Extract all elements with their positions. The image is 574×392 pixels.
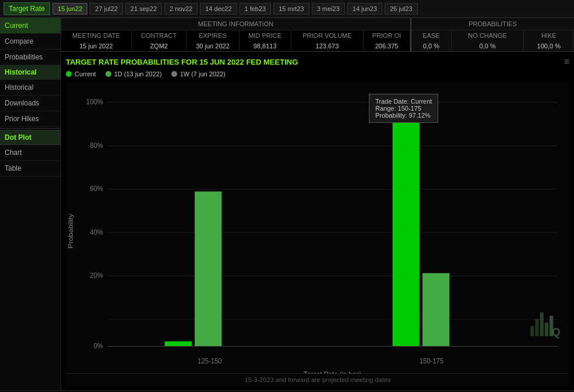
col-prior-volume: PRIOR VOLUME [291,30,363,41]
chart-menu-icon[interactable]: ≡ [564,56,569,67]
sidebar-dot-plot[interactable]: Dot Plot [0,130,61,145]
svg-rect-24 [530,326,534,336]
legend-1w-dot [171,71,177,77]
chart-legend: Current 1D (13 jun 2022) 1W (7 jun 2022) [66,70,569,77]
svg-text:Probability: Probability [67,214,75,249]
svg-rect-16 [195,192,221,347]
sidebar-current[interactable]: Current [0,18,61,34]
svg-text:60%: 60% [90,185,103,193]
svg-text:Q: Q [552,325,560,338]
chart-area: TARGET RATE PROBABILITIES FOR 15 JUN 202… [61,52,574,390]
val-ease: 0,0 % [411,41,451,51]
svg-text:20%: 20% [90,271,103,280]
legend-current-label: Current [75,70,96,77]
info-panel: MEETING INFORMATION MEETING DATE CONTRAC… [61,18,574,52]
sidebar: Current Compare Probabilities Historical… [0,18,61,390]
val-prior-volume: 123.673 [291,41,363,51]
tab-15jun22[interactable]: 15 jun22 [52,3,87,15]
svg-text:40%: 40% [90,228,103,236]
legend-1d-label: 1D (13 jun 2022) [114,70,162,77]
svg-text:150-175: 150-175 [420,356,444,365]
col-mid-price: MID PRICE [239,30,291,41]
svg-text:0%: 0% [93,341,103,350]
col-ease: EASE [411,30,451,41]
svg-rect-15 [165,341,192,346]
col-hike: HIKE [524,30,574,41]
sidebar-probabilities[interactable]: Probabilities [0,50,61,65]
val-mid-price: 98,8113 [239,41,291,51]
sidebar-table[interactable]: Table [0,161,61,176]
tab-2nov22[interactable]: 2 nov22 [164,3,198,15]
sidebar-divider [0,128,61,129]
probabilities-section: PROBABILITIES EASE NO CHANGE HIKE 0,0 % … [411,18,574,51]
col-expires: EXPIRES [186,30,239,41]
meeting-info-title: MEETING INFORMATION [61,18,410,30]
svg-text:125-150: 125-150 [198,356,222,365]
prob-title: PROBABILITIES [411,18,574,30]
tab-27jul22[interactable]: 27 jul22 [90,3,123,15]
sidebar-historical[interactable]: Historical [0,80,61,96]
legend-current-dot [66,71,72,77]
svg-rect-25 [535,319,538,336]
chart-title: TARGET RATE PROBABILITIES FOR 15 JUN 202… [66,56,569,67]
legend-current: Current [66,70,96,77]
sidebar-historical-header[interactable]: Historical [0,65,61,80]
val-meeting-date: 15 jun 2022 [61,41,131,51]
chart-svg: 100% 80% 60% 40% 20% 0% Probability [66,82,569,373]
val-prior-oi: 206.375 [364,41,410,51]
svg-rect-27 [545,323,548,336]
tab-15mrt23[interactable]: 15 mrt23 [273,3,309,15]
col-contract: CONTRACT [131,30,186,41]
sidebar-downloads[interactable]: Downloads [0,96,61,111]
tab-1feb23[interactable]: 1 feb23 [240,3,272,15]
val-no-change: 0,0 % [451,41,524,51]
legend-1d-dot [105,71,111,77]
col-prior-oi: PRIOR OI [364,30,410,41]
tab-3mei23[interactable]: 3 mei23 [312,3,345,15]
val-contract: ZQM2 [131,41,186,51]
chart-title-text: TARGET RATE PROBABILITIES FOR 15 JUN 202… [66,58,298,66]
legend-1w: 1W (7 jun 2022) [171,70,226,77]
svg-text:100%: 100% [86,98,103,107]
chart-svg-wrap: Trade Date: Current Range: 150-175 Proba… [66,82,569,373]
sidebar-prior-hikes[interactable]: Prior Hikes [0,111,61,127]
sidebar-chart[interactable]: Chart [0,145,61,161]
tab-14jun23[interactable]: 14 jun23 [347,3,382,15]
tab-21sep22[interactable]: 21 sep22 [125,3,162,15]
svg-rect-18 [422,273,449,347]
svg-rect-0 [66,82,569,373]
content: MEETING INFORMATION MEETING DATE CONTRAC… [61,18,574,390]
svg-text:80%: 80% [90,141,103,150]
svg-rect-26 [540,312,544,336]
sidebar-compare[interactable]: Compare [0,34,61,50]
col-no-change: NO CHANGE [451,30,524,41]
main-layout: Current Compare Probabilities Historical… [0,18,574,390]
svg-rect-17 [393,110,420,347]
target-rate-label: Target Rate [3,2,50,15]
col-meeting-date: MEETING DATE [61,30,131,41]
chart-footer: 15-3-2023 and forward are projected meet… [66,373,569,386]
val-expires: 30 jun 2022 [186,41,239,51]
prob-table: EASE NO CHANGE HIKE 0,0 % 0,0 % 100,0 % [411,30,574,51]
tab-26jul23[interactable]: 26 jul23 [385,3,418,15]
legend-1w-label: 1W (7 jun 2022) [180,70,226,77]
tab-14dec22[interactable]: 14 dec22 [200,3,237,15]
meeting-info-table: MEETING DATE CONTRACT EXPIRES MID PRICE … [61,30,410,51]
top-bar: Target Rate 15 jun22 27 jul22 21 sep22 2… [0,0,574,18]
val-hike: 100,0 % [524,41,574,51]
svg-text:Target Rate (in bps): Target Rate (in bps) [304,370,361,373]
legend-1d: 1D (13 jun 2022) [105,70,162,77]
